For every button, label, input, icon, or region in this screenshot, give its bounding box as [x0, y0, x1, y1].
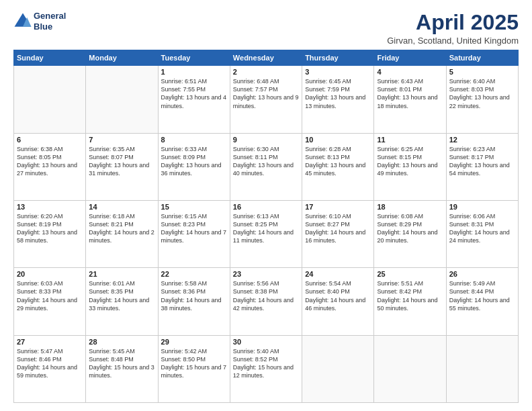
day-number: 14: [89, 203, 154, 211]
calendar-cell: 2Sunrise: 6:48 AM Sunset: 7:57 PM Daylig…: [230, 66, 302, 133]
calendar-week-row: 6Sunrise: 6:38 AM Sunset: 8:05 PM Daylig…: [14, 133, 519, 200]
day-number: 19: [449, 203, 515, 211]
logo-icon: [13, 12, 32, 31]
calendar-week-row: 20Sunrise: 6:03 AM Sunset: 8:33 PM Dayli…: [14, 268, 519, 335]
day-number: 8: [161, 136, 227, 144]
day-info: Sunrise: 5:45 AM Sunset: 8:48 PM Dayligh…: [89, 347, 154, 380]
day-number: 22: [161, 270, 227, 278]
day-number: 30: [233, 338, 299, 346]
day-number: 3: [305, 68, 371, 76]
calendar-cell: 9Sunrise: 6:30 AM Sunset: 8:11 PM Daylig…: [230, 133, 302, 200]
day-info: Sunrise: 6:38 AM Sunset: 8:05 PM Dayligh…: [17, 145, 83, 178]
month-title: April 2025: [387, 11, 519, 34]
day-number: 17: [305, 203, 371, 211]
calendar-cell: 8Sunrise: 6:33 AM Sunset: 8:09 PM Daylig…: [158, 133, 230, 200]
day-info: Sunrise: 6:23 AM Sunset: 8:17 PM Dayligh…: [449, 145, 515, 178]
day-info: Sunrise: 6:15 AM Sunset: 8:23 PM Dayligh…: [161, 212, 227, 245]
day-info: Sunrise: 6:08 AM Sunset: 8:29 PM Dayligh…: [377, 212, 443, 245]
day-info: Sunrise: 6:10 AM Sunset: 8:27 PM Dayligh…: [305, 212, 371, 245]
calendar-cell: 21Sunrise: 6:01 AM Sunset: 8:35 PM Dayli…: [86, 268, 158, 335]
day-info: Sunrise: 6:48 AM Sunset: 7:57 PM Dayligh…: [233, 77, 299, 110]
day-info: Sunrise: 6:25 AM Sunset: 8:15 PM Dayligh…: [377, 145, 443, 178]
calendar-cell: 29Sunrise: 5:42 AM Sunset: 8:50 PM Dayli…: [158, 335, 230, 402]
day-number: 2: [233, 68, 299, 76]
day-info: Sunrise: 6:06 AM Sunset: 8:31 PM Dayligh…: [449, 212, 515, 245]
logo-text: General Blue: [34, 11, 66, 32]
calendar-cell: 4Sunrise: 6:43 AM Sunset: 8:01 PM Daylig…: [374, 66, 446, 133]
title-block: April 2025 Girvan, Scotland, United King…: [387, 11, 519, 46]
day-number: 4: [377, 68, 443, 76]
calendar-cell: 1Sunrise: 6:51 AM Sunset: 7:55 PM Daylig…: [158, 66, 230, 133]
day-info: Sunrise: 5:47 AM Sunset: 8:46 PM Dayligh…: [17, 347, 83, 380]
day-header-sunday: Sunday: [14, 50, 86, 66]
calendar-week-row: 13Sunrise: 6:20 AM Sunset: 8:19 PM Dayli…: [14, 200, 519, 267]
calendar-cell: 13Sunrise: 6:20 AM Sunset: 8:19 PM Dayli…: [14, 200, 86, 267]
day-info: Sunrise: 6:01 AM Sunset: 8:35 PM Dayligh…: [89, 279, 154, 312]
day-number: 15: [161, 203, 227, 211]
calendar-cell: [302, 335, 374, 402]
calendar-cell: 10Sunrise: 6:28 AM Sunset: 8:13 PM Dayli…: [302, 133, 374, 200]
calendar-table: SundayMondayTuesdayWednesdayThursdayFrid…: [13, 50, 519, 403]
day-info: Sunrise: 6:33 AM Sunset: 8:09 PM Dayligh…: [161, 145, 227, 178]
day-info: Sunrise: 6:13 AM Sunset: 8:25 PM Dayligh…: [233, 212, 299, 245]
day-number: 20: [17, 270, 83, 278]
calendar-cell: 18Sunrise: 6:08 AM Sunset: 8:29 PM Dayli…: [374, 200, 446, 267]
day-info: Sunrise: 6:45 AM Sunset: 7:59 PM Dayligh…: [305, 77, 371, 110]
calendar-cell: 23Sunrise: 5:56 AM Sunset: 8:38 PM Dayli…: [230, 268, 302, 335]
day-header-thursday: Thursday: [302, 50, 374, 66]
day-number: 26: [449, 270, 515, 278]
calendar-cell: [14, 66, 86, 133]
day-info: Sunrise: 5:51 AM Sunset: 8:42 PM Dayligh…: [377, 279, 443, 312]
day-info: Sunrise: 6:51 AM Sunset: 7:55 PM Dayligh…: [161, 77, 227, 110]
calendar-cell: 16Sunrise: 6:13 AM Sunset: 8:25 PM Dayli…: [230, 200, 302, 267]
day-number: 29: [161, 338, 227, 346]
day-number: 27: [17, 338, 83, 346]
day-number: 18: [377, 203, 443, 211]
day-number: 6: [17, 136, 83, 144]
day-header-saturday: Saturday: [446, 50, 518, 66]
calendar-cell: 22Sunrise: 5:58 AM Sunset: 8:36 PM Dayli…: [158, 268, 230, 335]
day-info: Sunrise: 6:35 AM Sunset: 8:07 PM Dayligh…: [89, 145, 154, 178]
day-number: 13: [17, 203, 83, 211]
day-number: 7: [89, 136, 154, 144]
day-info: Sunrise: 6:03 AM Sunset: 8:33 PM Dayligh…: [17, 279, 83, 312]
location-subtitle: Girvan, Scotland, United Kingdom: [387, 36, 519, 46]
page: General Blue April 2025 Girvan, Scotland…: [0, 0, 532, 411]
day-info: Sunrise: 5:56 AM Sunset: 8:38 PM Dayligh…: [233, 279, 299, 312]
calendar-week-row: 27Sunrise: 5:47 AM Sunset: 8:46 PM Dayli…: [14, 335, 519, 402]
day-info: Sunrise: 6:43 AM Sunset: 8:01 PM Dayligh…: [377, 77, 443, 110]
calendar-cell: [446, 335, 518, 402]
day-header-friday: Friday: [374, 50, 446, 66]
calendar-cell: 11Sunrise: 6:25 AM Sunset: 8:15 PM Dayli…: [374, 133, 446, 200]
calendar-cell: 14Sunrise: 6:18 AM Sunset: 8:21 PM Dayli…: [86, 200, 158, 267]
calendar-cell: 25Sunrise: 5:51 AM Sunset: 8:42 PM Dayli…: [374, 268, 446, 335]
day-number: 12: [449, 136, 515, 144]
calendar-cell: 6Sunrise: 6:38 AM Sunset: 8:05 PM Daylig…: [14, 133, 86, 200]
day-number: 11: [377, 136, 443, 144]
calendar-cell: 20Sunrise: 6:03 AM Sunset: 8:33 PM Dayli…: [14, 268, 86, 335]
day-info: Sunrise: 6:28 AM Sunset: 8:13 PM Dayligh…: [305, 145, 371, 178]
day-number: 10: [305, 136, 371, 144]
calendar-cell: 5Sunrise: 6:40 AM Sunset: 8:03 PM Daylig…: [446, 66, 518, 133]
day-info: Sunrise: 5:40 AM Sunset: 8:52 PM Dayligh…: [233, 347, 299, 380]
day-number: 28: [89, 338, 154, 346]
day-header-wednesday: Wednesday: [230, 50, 302, 66]
calendar-cell: 24Sunrise: 5:54 AM Sunset: 8:40 PM Dayli…: [302, 268, 374, 335]
day-number: 1: [161, 68, 227, 76]
day-number: 23: [233, 270, 299, 278]
day-header-tuesday: Tuesday: [158, 50, 230, 66]
calendar-cell: 15Sunrise: 6:15 AM Sunset: 8:23 PM Dayli…: [158, 200, 230, 267]
calendar-cell: 19Sunrise: 6:06 AM Sunset: 8:31 PM Dayli…: [446, 200, 518, 267]
calendar-cell: 26Sunrise: 5:49 AM Sunset: 8:44 PM Dayli…: [446, 268, 518, 335]
calendar-week-row: 1Sunrise: 6:51 AM Sunset: 7:55 PM Daylig…: [14, 66, 519, 133]
day-info: Sunrise: 5:42 AM Sunset: 8:50 PM Dayligh…: [161, 347, 227, 380]
day-info: Sunrise: 5:54 AM Sunset: 8:40 PM Dayligh…: [305, 279, 371, 312]
day-number: 25: [377, 270, 443, 278]
day-info: Sunrise: 6:18 AM Sunset: 8:21 PM Dayligh…: [89, 212, 154, 245]
calendar-cell: [86, 66, 158, 133]
day-number: 16: [233, 203, 299, 211]
header: General Blue April 2025 Girvan, Scotland…: [13, 11, 519, 46]
calendar-header-row: SundayMondayTuesdayWednesdayThursdayFrid…: [14, 50, 519, 66]
calendar-cell: 30Sunrise: 5:40 AM Sunset: 8:52 PM Dayli…: [230, 335, 302, 402]
calendar-cell: 7Sunrise: 6:35 AM Sunset: 8:07 PM Daylig…: [86, 133, 158, 200]
